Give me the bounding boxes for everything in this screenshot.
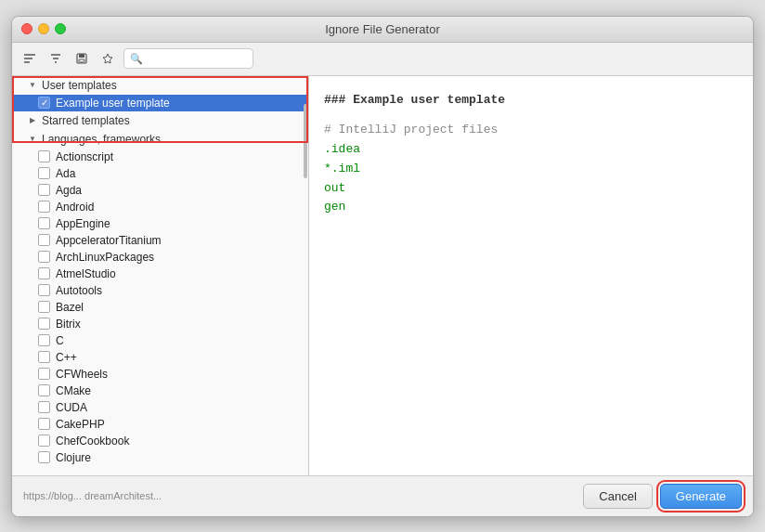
right-panel: ### Example user template # IntelliJ pro… bbox=[309, 76, 753, 475]
list-item[interactable]: CFWheels bbox=[12, 366, 308, 383]
left-panel: User templates ✓ Example user template S… bbox=[12, 76, 309, 475]
list-item[interactable]: ChefCookbook bbox=[12, 433, 308, 449]
list-item[interactable]: ✓ Example user template bbox=[12, 95, 308, 111]
collapse-user-templates-icon bbox=[27, 80, 38, 91]
main-window: Ignore File Generator bbox=[11, 16, 754, 517]
user-templates-label: User templates bbox=[42, 79, 117, 92]
traffic-lights bbox=[21, 23, 66, 34]
preview-line-2: out bbox=[324, 179, 738, 199]
bottom-url-text: https://blog... dreamArchitest... bbox=[23, 490, 162, 501]
list-item[interactable]: AtmelStudio bbox=[12, 266, 308, 282]
search-input[interactable] bbox=[147, 52, 247, 65]
svg-rect-8 bbox=[79, 59, 84, 62]
minimize-button[interactable] bbox=[38, 23, 49, 34]
bottom-bar: https://blog... dreamArchitest... Cancel… bbox=[12, 475, 753, 516]
checkbox[interactable] bbox=[38, 217, 50, 229]
list-item[interactable]: Android bbox=[12, 199, 308, 215]
save-icon[interactable] bbox=[71, 48, 92, 69]
list-item[interactable]: AppEngine bbox=[12, 215, 308, 232]
list-item[interactable]: Actionscript bbox=[12, 149, 308, 165]
list-item[interactable]: Agda bbox=[12, 182, 308, 199]
list-item[interactable]: Bazel bbox=[12, 299, 308, 316]
section-user-templates[interactable]: User templates bbox=[12, 76, 308, 95]
list-item[interactable]: ArchLinuxPackages bbox=[12, 249, 308, 266]
checkbox[interactable] bbox=[38, 201, 50, 213]
list-item[interactable]: CakePHP bbox=[12, 416, 308, 433]
svg-rect-7 bbox=[79, 54, 84, 58]
search-icon: 🔍 bbox=[130, 53, 143, 65]
window-title: Ignore File Generator bbox=[325, 22, 440, 36]
preview-line-1: *.iml bbox=[324, 160, 738, 179]
checkbox[interactable] bbox=[38, 234, 50, 246]
checkbox[interactable] bbox=[38, 368, 50, 380]
checkbox[interactable] bbox=[38, 284, 50, 296]
preview-value-2: out bbox=[324, 181, 345, 195]
list-item[interactable]: C bbox=[12, 332, 308, 349]
checkbox[interactable] bbox=[38, 351, 50, 363]
list-item[interactable]: Clojure bbox=[12, 449, 308, 466]
collapse-starred-icon bbox=[27, 115, 38, 126]
sort-icon[interactable] bbox=[19, 48, 40, 69]
scrollbar-thumb[interactable] bbox=[304, 104, 307, 178]
svg-marker-9 bbox=[103, 54, 112, 63]
checkbox[interactable] bbox=[38, 301, 50, 313]
search-box[interactable]: 🔍 bbox=[123, 48, 253, 69]
checkbox[interactable] bbox=[38, 334, 50, 346]
list-item[interactable]: AppceleratorTitanium bbox=[12, 232, 308, 249]
preview-value-0: .idea bbox=[324, 142, 360, 156]
checkbox[interactable] bbox=[38, 167, 50, 179]
checkbox[interactable] bbox=[38, 267, 50, 279]
checkbox[interactable] bbox=[38, 435, 50, 447]
preview-comment: # IntelliJ project files bbox=[324, 121, 738, 140]
checkbox[interactable] bbox=[38, 418, 50, 430]
scrollbar-track[interactable] bbox=[303, 76, 308, 475]
languages-label: Languages, frameworks bbox=[42, 133, 161, 146]
list-item[interactable]: Autotools bbox=[12, 282, 308, 299]
checkbox[interactable] bbox=[38, 251, 50, 263]
checkbox[interactable] bbox=[38, 384, 50, 396]
checkbox[interactable] bbox=[38, 184, 50, 196]
collapse-languages-icon bbox=[27, 134, 38, 145]
generate-button[interactable]: Generate bbox=[660, 484, 742, 509]
tree-container[interactable]: User templates ✓ Example user template S… bbox=[12, 76, 308, 475]
list-item[interactable]: CUDA bbox=[12, 399, 308, 416]
content-area: User templates ✓ Example user template S… bbox=[12, 76, 753, 475]
title-bar: Ignore File Generator bbox=[12, 17, 753, 43]
star-icon[interactable] bbox=[97, 48, 118, 69]
checkbox-example-user-template[interactable]: ✓ bbox=[38, 97, 50, 109]
checkbox[interactable] bbox=[38, 401, 50, 413]
cancel-button[interactable]: Cancel bbox=[583, 484, 652, 509]
section-languages-frameworks[interactable]: Languages, frameworks bbox=[12, 130, 308, 149]
checkbox[interactable] bbox=[38, 451, 50, 463]
close-button[interactable] bbox=[21, 23, 32, 34]
list-item[interactable]: C++ bbox=[12, 349, 308, 366]
checkbox[interactable] bbox=[38, 150, 50, 162]
preview-heading: ### Example user template bbox=[324, 91, 738, 110]
preview-value-3: gen bbox=[324, 200, 345, 214]
list-item[interactable]: Ada bbox=[12, 165, 308, 182]
maximize-button[interactable] bbox=[55, 23, 66, 34]
preview-line-0: .idea bbox=[324, 140, 738, 160]
toolbar: 🔍 bbox=[12, 43, 753, 76]
filter-icon[interactable] bbox=[45, 48, 66, 69]
list-item[interactable]: Bitrix bbox=[12, 316, 308, 332]
example-user-template-label: Example user template bbox=[56, 97, 170, 110]
starred-templates-label: Starred templates bbox=[42, 114, 130, 127]
preview-line-3: gen bbox=[324, 198, 738, 217]
preview-value-1: *.iml bbox=[324, 162, 360, 175]
preview-comment-text: # IntelliJ project files bbox=[324, 123, 498, 136]
preview-heading-text: ### Example user template bbox=[324, 93, 505, 107]
section-starred-templates[interactable]: Starred templates bbox=[12, 111, 308, 130]
list-item[interactable]: CMake bbox=[12, 383, 308, 399]
checkbox[interactable] bbox=[38, 318, 50, 330]
